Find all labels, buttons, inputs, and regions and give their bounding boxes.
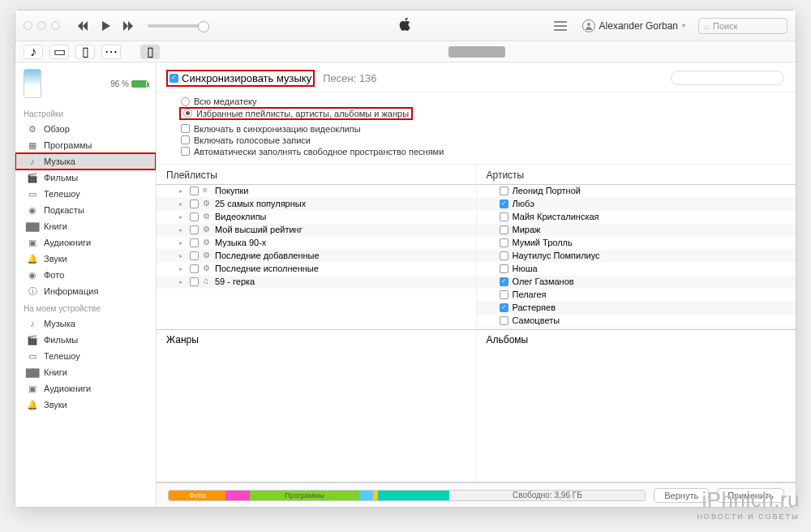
sidebar-item-apps[interactable]: ▦Программы (15, 137, 156, 153)
artist-row[interactable]: Нюша (477, 263, 796, 276)
titlebar: Alexander Gorban ▾ ⌕ Поиск (15, 11, 796, 41)
playlist-row[interactable]: ▸⚙Видеоклипы (157, 211, 476, 224)
artist-row[interactable]: Мираж (477, 224, 796, 237)
disclosure-icon: ▸ (179, 265, 186, 272)
artist-row[interactable]: Наутилус Помпилиус (477, 250, 796, 263)
playlists-column: Плейлисты ▸≡Покупки▸⚙25 самых популярных… (157, 165, 477, 483)
tab-device[interactable]: ▯ (140, 45, 160, 59)
playlist-label: Музыка 90-х (215, 238, 266, 247)
checkbox-icon[interactable] (190, 277, 199, 286)
artist-row[interactable]: Майя Кристалинская (477, 211, 796, 224)
opt-include-videos[interactable]: Включать в синхронизацию видеоклипы (181, 123, 784, 135)
minimize-dot[interactable] (37, 21, 46, 30)
sidebar-item-info[interactable]: ⓘИнформация (15, 283, 156, 299)
checkbox-icon[interactable] (190, 225, 199, 234)
sidebar-item-tv[interactable]: ▭Телешоу (15, 348, 156, 364)
checkbox-icon[interactable] (500, 225, 508, 234)
checkbox-icon[interactable] (500, 290, 508, 299)
footer: Фото Программы Свободно: 3,96 ГБ Вернуть… (157, 483, 796, 507)
sidebar-item-books[interactable]: ▇▇Книги (15, 364, 156, 380)
filter-search[interactable] (671, 71, 784, 85)
playlist-row[interactable]: ▸⚙Последние добавленные (157, 250, 476, 263)
sidebar-item-tones[interactable]: 🔔Звуки (15, 397, 156, 413)
play-button[interactable] (97, 18, 114, 34)
prev-button[interactable] (75, 18, 91, 34)
seg-magenta (225, 491, 249, 500)
account-menu[interactable]: Alexander Gorban ▾ (577, 19, 690, 32)
sidebar-item-audiobooks[interactable]: ▣Аудиокниги (15, 380, 156, 397)
sidebar-item-podcasts[interactable]: ◉Подкасты (15, 202, 156, 218)
checkbox-icon[interactable] (500, 264, 508, 273)
account-name: Alexander Gorban (599, 20, 678, 32)
artist-row[interactable]: Мумий Тролль (477, 237, 796, 250)
selection-columns: Плейлисты ▸≡Покупки▸⚙25 самых популярных… (157, 165, 796, 483)
gear-icon: ⚙ (203, 200, 211, 208)
playlist-row[interactable]: ▸⚙Последние исполненные (157, 263, 476, 276)
sidebar-item-movies[interactable]: 🎬Фильмы (15, 169, 156, 186)
artist-row[interactable]: Самоцветы (477, 315, 796, 328)
artist-label: Растеряев (513, 302, 556, 312)
content-area: 96 % Настройки ⚙Обзор▦Программы♪Музыка🎬Ф… (15, 62, 796, 507)
playlist-row[interactable]: ▸♫59 - герка (157, 276, 476, 289)
next-button[interactable] (120, 18, 136, 34)
checkbox-icon[interactable] (190, 264, 199, 273)
artist-row[interactable]: Леонид Портной (477, 185, 796, 198)
sidebar-item-books[interactable]: ▇▇Книги (15, 218, 156, 234)
sidebar-item-tv[interactable]: ▭Телешоу (15, 186, 156, 202)
volume-slider[interactable] (148, 24, 204, 28)
playlist-row[interactable]: ▸⚙25 самых популярных (157, 198, 476, 211)
artist-row[interactable]: Пелагея (477, 289, 796, 302)
sync-music-checkbox-group[interactable]: Синхронизировать музыку (168, 71, 313, 85)
playlists-header: Плейлисты (157, 165, 476, 185)
playlist-row[interactable]: ▸⚙Мой высший рейтинг (157, 224, 476, 237)
checkbox-icon[interactable] (500, 251, 508, 260)
checkbox-icon[interactable] (190, 251, 199, 260)
tab-music[interactable]: ♪ (24, 45, 43, 59)
checkbox-icon[interactable] (500, 303, 508, 312)
sidebar-item-music[interactable]: ♪Музыка (15, 153, 156, 169)
search-input[interactable]: ⌕ Поиск (698, 18, 787, 34)
sync-music-checkbox[interactable] (169, 74, 178, 83)
checkbox-icon[interactable] (190, 187, 199, 195)
playlist-row[interactable]: ▸⚙Музыка 90-х (157, 237, 476, 250)
checkbox-icon[interactable] (500, 212, 508, 221)
checkbox-icon[interactable] (190, 212, 199, 221)
opt-selected-items[interactable]: Избранные плейлисты, артисты, альбомы и … (181, 109, 411, 118)
artist-row[interactable]: Растеряев (477, 302, 796, 315)
sidebar-item-music[interactable]: ♪Музыка (15, 315, 156, 332)
checkbox-icon[interactable] (190, 200, 199, 208)
revert-button[interactable]: Вернуть (654, 488, 709, 503)
disclosure-icon: ▸ (179, 200, 186, 208)
sidebar-item-tones[interactable]: 🔔Звуки (15, 251, 156, 267)
sidebar-item-summary[interactable]: ⚙Обзор (15, 121, 156, 137)
sidebar-item-movies[interactable]: 🎬Фильмы (15, 332, 156, 348)
checkbox-icon[interactable] (500, 277, 508, 286)
checkbox-icon[interactable] (190, 238, 199, 247)
zoom-dot[interactable] (51, 21, 60, 30)
playlist-label: Последние исполненные (215, 264, 319, 273)
checkbox-icon[interactable] (500, 238, 508, 247)
artist-row[interactable]: Олег Газманов (477, 276, 796, 289)
tab-movies[interactable]: ▭ (49, 45, 69, 59)
sidebar-item-photos[interactable]: ◉Фото (15, 267, 156, 283)
opt-autofill[interactable]: Автоматически заполнять свободное простр… (181, 146, 784, 157)
tab-more[interactable]: ⋯ (101, 45, 121, 59)
checkbox-icon[interactable] (500, 316, 508, 325)
artist-row[interactable]: Любэ (477, 198, 796, 211)
opt-entire-library[interactable]: Всю медиатеку (181, 96, 784, 107)
opt-include-voice[interactable]: Включать голосовые записи (181, 135, 784, 146)
music-icon: ♪ (27, 156, 38, 167)
close-dot[interactable] (24, 21, 32, 30)
sidebar-item-audiobooks[interactable]: ▣Аудиокниги (15, 234, 156, 251)
queue-icon[interactable] (551, 19, 569, 32)
section-ondevice-label: На моем устройстве (15, 299, 156, 315)
checkbox-icon[interactable] (500, 187, 508, 195)
books-icon: ▇▇ (27, 221, 38, 232)
artist-label: Нюша (513, 264, 538, 273)
playlist-row[interactable]: ▸≡Покупки (157, 185, 476, 198)
apply-button[interactable]: Применить (717, 488, 784, 503)
gear-icon: ⚙ (203, 225, 211, 234)
tab-tv[interactable]: ▯ (75, 45, 95, 59)
device-block[interactable]: 96 % (15, 62, 156, 105)
checkbox-icon[interactable] (500, 200, 508, 208)
